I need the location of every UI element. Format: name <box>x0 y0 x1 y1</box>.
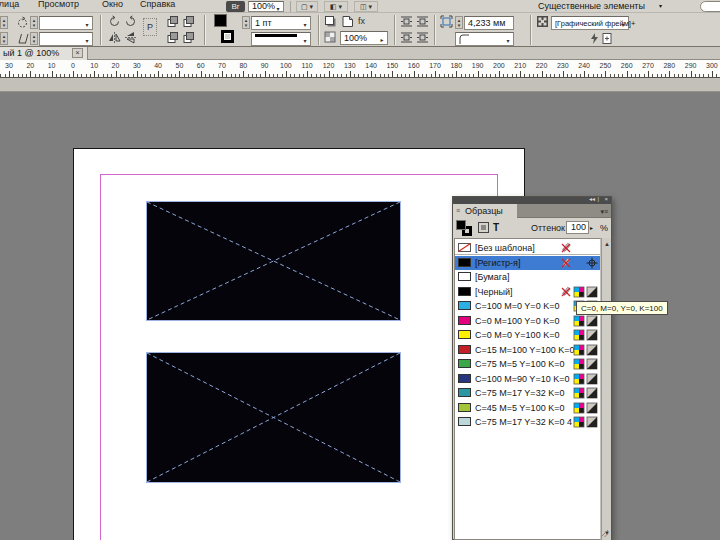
quick-apply-button[interactable] <box>588 32 600 44</box>
close-panel-icon[interactable]: × <box>604 195 608 204</box>
tab-grip-icon: ≡ <box>456 205 460 216</box>
stroke-weight-stepper[interactable] <box>242 16 250 29</box>
ruler-tick <box>563 71 564 77</box>
create-style-button[interactable] <box>601 32 613 44</box>
tint-dropdown-arrow-icon[interactable]: ▸ <box>590 223 593 234</box>
spacing-stepper[interactable] <box>455 16 463 29</box>
fx-button[interactable]: fx <box>358 16 365 27</box>
horizontal-ruler[interactable]: 3020100102030405060708090100110120130140… <box>0 60 720 78</box>
swatch-row[interactable]: [Регистр-я] <box>455 256 601 270</box>
arrange-documents-button[interactable]: ◫ ▾ <box>354 1 378 12</box>
margin-guide-left[interactable] <box>100 174 101 540</box>
corner-options-combo[interactable]: ▾ <box>455 32 514 46</box>
ruler-tick <box>277 74 278 77</box>
panel-menu-icon[interactable]: ▾≡ <box>600 206 608 217</box>
rotation-angle-stepper[interactable] <box>30 16 38 29</box>
document-tab[interactable]: ый 1 @ 100% × <box>0 47 88 60</box>
formatting-affects-container-icon[interactable] <box>477 221 490 234</box>
wrap-bounding-box-button[interactable] <box>416 15 430 29</box>
x-position-stepper[interactable] <box>0 16 8 29</box>
shear-angle-stepper[interactable] <box>30 32 38 45</box>
swatch-row[interactable]: C=0 M=100 Y=0 K=0 <box>455 314 601 328</box>
select-next-object-button[interactable] <box>182 31 196 45</box>
flip-horizontal-button[interactable] <box>108 31 122 45</box>
workspace-switcher[interactable]: Существенные элементы▾ <box>538 0 662 13</box>
ruler-label: 130 <box>339 62 361 70</box>
ruler-tick <box>354 74 355 77</box>
y-position-stepper[interactable] <box>0 32 8 45</box>
spacing-value: 4,233 мм <box>468 18 505 29</box>
swatch-row[interactable]: C=100 M=90 Y=10 K=0 <box>455 372 601 386</box>
rotation-angle-combo[interactable]: ▾ <box>39 16 93 30</box>
opacity-combo[interactable]: 100%▸ <box>340 31 388 45</box>
drop-shadow-button[interactable] <box>324 15 338 29</box>
swatch-row[interactable]: [Без шаблона] <box>455 241 601 255</box>
ruler-tick <box>482 74 483 77</box>
ruler-label: 30 <box>126 62 148 70</box>
object-style-combo[interactable]: [Графический фрейм]+▾ <box>551 16 629 30</box>
swatch-chip <box>458 258 471 267</box>
panel-titlebar[interactable]: ◂◂ | × <box>453 197 611 204</box>
swatch-name: [Бумага] <box>475 272 509 282</box>
spacing-field[interactable]: 4,233 мм <box>464 16 514 30</box>
ruler-tick <box>418 74 419 77</box>
select-container-button[interactable] <box>166 15 180 29</box>
select-content-button[interactable] <box>182 15 196 29</box>
ruler-label: 170 <box>424 62 446 70</box>
swatch-row[interactable]: [Черный] <box>455 285 601 299</box>
zoom-level-dropdown[interactable]: 100%▾ <box>248 1 284 12</box>
ruler-label: 90 <box>254 62 276 70</box>
tint-value[interactable]: 100 <box>566 221 589 234</box>
ruler-tick <box>282 74 283 77</box>
ruler-tick <box>346 74 347 77</box>
wrap-none-button[interactable] <box>400 15 414 29</box>
screen-mode-button[interactable]: ◧ ▾ <box>324 1 348 12</box>
margin-guide-top[interactable] <box>100 174 498 175</box>
fill-color-swatch[interactable] <box>214 14 227 27</box>
panel-resize-grip[interactable] <box>600 529 610 539</box>
ruler-tick <box>682 74 683 77</box>
menu-view[interactable]: Просмотр <box>38 0 79 13</box>
swatches-scrollbar[interactable]: ▲ ▼ <box>601 238 611 540</box>
view-options-button[interactable]: ▢ ▾ <box>296 1 318 12</box>
fill-proxy[interactable] <box>456 220 466 230</box>
bridge-button[interactable]: Br <box>226 1 245 12</box>
stroke-color-swatch[interactable] <box>221 30 234 43</box>
menu-window[interactable]: Окно <box>102 0 123 13</box>
ruler-tick <box>13 74 14 77</box>
search-field[interactable] <box>700 1 720 12</box>
stroke-style-combo[interactable]: ▾ <box>251 32 311 46</box>
wrap-object-shape-button[interactable] <box>400 31 414 45</box>
rotate-ccw-button[interactable] <box>108 15 122 29</box>
close-tab-icon[interactable]: × <box>72 48 83 58</box>
transparency-button[interactable] <box>341 15 355 29</box>
swatch-row[interactable]: [Бумага] <box>455 270 601 284</box>
menu-help[interactable]: Справка <box>140 0 175 13</box>
menu-table[interactable]: Таблица <box>0 0 19 13</box>
swatch-row[interactable]: C=45 M=5 Y=100 K=0 <box>455 401 601 415</box>
graphic-frame-2[interactable] <box>146 352 401 483</box>
shear-angle-combo[interactable]: ▾ <box>39 32 93 46</box>
swatch-row[interactable]: C=75 M=17 Y=32 K=0 4 .. <box>455 415 601 429</box>
collapse-panel-icon[interactable]: ◂◂ <box>589 195 595 204</box>
stroke-weight-combo[interactable]: 1 пт▾ <box>251 16 311 30</box>
ruler-label: 110 <box>296 62 318 70</box>
formatting-affects-text-icon[interactable]: T <box>493 222 499 233</box>
swatch-row[interactable]: C=75 M=17 Y=32 K=0 <box>455 386 601 400</box>
swatch-row[interactable]: C=0 M=0 Y=100 K=0 <box>455 328 601 342</box>
rotate-cw-button[interactable] <box>124 15 138 29</box>
graphic-frame-1[interactable] <box>146 201 401 321</box>
scroll-up-icon[interactable]: ▲ <box>603 239 611 250</box>
swatch-row[interactable]: C=75 M=5 Y=100 K=0 <box>455 357 601 371</box>
ruler-tick <box>712 71 713 77</box>
stroke-weight-value: 1 пт <box>255 18 272 29</box>
ruler-tick <box>265 71 266 77</box>
swatch-chip <box>458 359 471 368</box>
ruler-tick <box>516 74 517 77</box>
flip-vertical-button[interactable] <box>124 31 138 45</box>
wrap-jump-object-button[interactable] <box>416 31 430 45</box>
tab-swatches[interactable]: ≡ Образцы <box>453 204 517 218</box>
ruler-tick <box>388 74 389 77</box>
select-previous-object-button[interactable] <box>166 31 180 45</box>
swatch-row[interactable]: C=15 M=100 Y=100 K=0 <box>455 343 601 357</box>
